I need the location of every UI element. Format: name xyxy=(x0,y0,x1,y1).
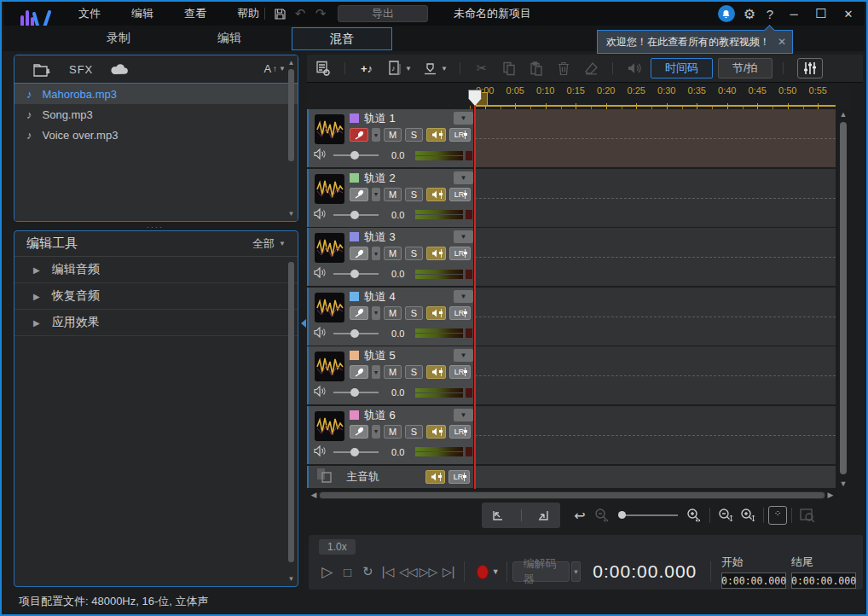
track-waveform-thumbnail[interactable] xyxy=(315,233,344,263)
tab-edit[interactable]: 编辑 xyxy=(182,26,276,51)
menu-item[interactable]: 查看 xyxy=(169,6,222,21)
track-waveform-thumbnail[interactable] xyxy=(315,174,344,204)
record-arm-dropdown[interactable]: ▼ xyxy=(372,306,380,320)
go-to-end-button[interactable]: ▷| xyxy=(438,565,459,578)
mark-out-icon[interactable] xyxy=(533,504,555,526)
mute-button[interactable]: M xyxy=(384,425,402,439)
mute-button[interactable]: M xyxy=(384,306,402,320)
reset-zoom-icon[interactable]: ↩ xyxy=(569,504,591,526)
settings-gear-icon[interactable]: ⚙ xyxy=(744,6,755,22)
expand-triangle-icon[interactable]: ▶ xyxy=(33,265,40,275)
timeline-ruler[interactable]: 0:000:050:100:150:200:250:300:350:400:45… xyxy=(307,84,851,109)
master-track-lane[interactable] xyxy=(475,466,836,488)
close-button[interactable]: ✕ xyxy=(839,8,858,20)
track-waveform-thumbnail[interactable] xyxy=(315,114,344,144)
record-arm-dropdown[interactable]: ▼ xyxy=(372,128,380,142)
notifications-bell-icon[interactable] xyxy=(718,5,735,22)
tool-category-row[interactable]: ▶ 应用效果 xyxy=(14,310,298,336)
track-lane[interactable] xyxy=(475,109,836,167)
volume-slider[interactable] xyxy=(333,154,379,156)
preview-zoom-icon[interactable] xyxy=(796,504,819,526)
master-pan-button[interactable]: LR xyxy=(448,470,470,484)
track-waveform-thumbnail[interactable] xyxy=(315,411,344,441)
cloud-icon[interactable] xyxy=(110,63,130,76)
vertical-scrollbar[interactable]: ▲ ▼ xyxy=(838,110,848,488)
start-time-field[interactable]: 0:00:00.000 xyxy=(721,572,786,589)
chevron-down-icon[interactable]: ▼ xyxy=(441,65,449,73)
tab-mix-active[interactable]: 混音 xyxy=(292,27,392,50)
monitor-speaker-button[interactable] xyxy=(426,247,446,260)
add-track-icon[interactable]: +♪ xyxy=(356,58,378,78)
volume-slider[interactable] xyxy=(333,214,379,216)
track-options-dropdown[interactable]: ▼ xyxy=(454,349,473,362)
record-arm-button[interactable] xyxy=(350,188,368,201)
fast-forward-button[interactable]: ▷▷ xyxy=(419,565,439,578)
menu-item[interactable]: 帮助 xyxy=(222,6,275,21)
playback-speed-badge[interactable]: 1.0x xyxy=(319,539,356,555)
track-color-swatch[interactable] xyxy=(350,351,359,360)
media-file-row[interactable]: ♪ Voice over.mp3 xyxy=(14,125,298,145)
volume-slider[interactable] xyxy=(333,273,379,275)
import-media-icon[interactable] xyxy=(33,62,50,77)
volume-knob[interactable] xyxy=(350,151,359,160)
mixer-panel-button[interactable] xyxy=(797,58,823,78)
media-scrollbar[interactable]: ▲ ▼ xyxy=(286,59,296,218)
delete-trash-icon[interactable] xyxy=(553,58,575,78)
solo-button[interactable]: S xyxy=(405,365,423,379)
timecode-toggle-button[interactable]: 时间码 xyxy=(651,58,713,78)
menu-item[interactable]: 文件 xyxy=(63,6,116,21)
pan-lr-button[interactable]: LR xyxy=(449,128,471,142)
record-options-dropdown[interactable]: ▼ xyxy=(492,567,501,576)
pan-lr-button[interactable]: LR xyxy=(449,365,471,379)
record-arm-button[interactable] xyxy=(350,306,368,320)
save-icon[interactable] xyxy=(269,3,290,24)
pan-lr-button[interactable]: LR xyxy=(449,188,471,201)
track-waveform-thumbnail[interactable] xyxy=(315,352,344,381)
zoom-slider-knob[interactable] xyxy=(618,511,626,519)
track-lane[interactable] xyxy=(475,288,836,346)
horizontal-scrollbar[interactable]: ◀ ▶ xyxy=(309,490,836,500)
scroll-down-icon[interactable]: ▼ xyxy=(286,575,296,583)
solo-button[interactable]: S xyxy=(405,247,423,260)
tool-category-row[interactable]: ▶ 编辑音频 xyxy=(14,257,298,283)
undo-icon[interactable]: ↶ xyxy=(290,3,310,24)
eraser-icon[interactable] xyxy=(580,58,602,78)
expand-triangle-icon[interactable]: ▶ xyxy=(33,318,40,328)
scroll-up-icon[interactable]: ▲ xyxy=(286,59,296,67)
add-marker-icon[interactable] xyxy=(419,58,441,78)
minimize-button[interactable]: ─ xyxy=(784,8,803,20)
solo-button[interactable]: S xyxy=(405,188,423,201)
volume-slider[interactable] xyxy=(333,392,379,393)
monitor-speaker-button[interactable] xyxy=(426,425,446,439)
volume-knob[interactable] xyxy=(350,388,359,397)
solo-button[interactable]: S xyxy=(405,306,423,320)
record-arm-button[interactable] xyxy=(350,247,368,260)
track-options-dropdown[interactable]: ▼ xyxy=(454,171,473,184)
tab-record[interactable]: 录制 xyxy=(67,26,170,51)
sfx-button[interactable]: SFX xyxy=(69,63,93,76)
monitor-speaker-button[interactable] xyxy=(426,306,446,320)
track-options-dropdown[interactable]: ▼ xyxy=(454,409,473,421)
track-color-swatch[interactable] xyxy=(350,292,359,301)
codec-button[interactable]: 编解码器 xyxy=(512,561,570,582)
record-arm-button[interactable] xyxy=(350,365,368,379)
speaker-preview-icon[interactable] xyxy=(623,58,645,78)
monitor-speaker-button[interactable] xyxy=(426,365,446,379)
track-waveform-thumbnail[interactable] xyxy=(315,293,344,323)
track-color-swatch[interactable] xyxy=(350,410,359,420)
paste-icon[interactable] xyxy=(525,58,547,78)
track-lane[interactable] xyxy=(475,228,836,286)
master-speaker-button[interactable] xyxy=(425,470,445,484)
track-options-dropdown[interactable]: ▼ xyxy=(454,230,473,243)
track-lane[interactable] xyxy=(475,169,836,227)
play-button[interactable]: ▷ xyxy=(317,563,338,581)
help-button[interactable]: ? xyxy=(764,7,776,21)
beat-toggle-button[interactable]: 节/拍 xyxy=(718,58,773,78)
tools-filter-dropdown[interactable]: 全部▼ xyxy=(252,236,286,252)
stop-button[interactable]: □ xyxy=(338,565,358,579)
insert-audio-file-icon[interactable]: ♪ xyxy=(383,58,405,78)
track-options-dropdown[interactable]: ▼ xyxy=(454,112,473,125)
cut-icon[interactable]: ✂ xyxy=(471,58,493,78)
track-color-swatch[interactable] xyxy=(350,173,359,183)
track-lane[interactable] xyxy=(475,406,836,464)
